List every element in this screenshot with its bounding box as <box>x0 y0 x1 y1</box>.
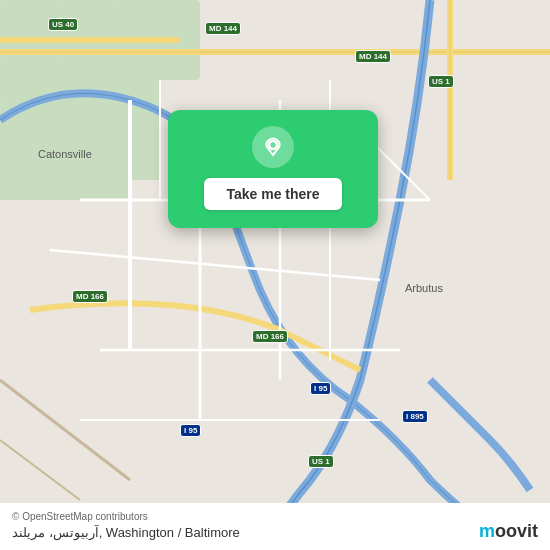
bottom-bar: © OpenStreetMap contributors آربیوتس، مر… <box>0 503 550 550</box>
label-catonsville: Catonsville <box>38 148 92 160</box>
shield-md144-1: MD 144 <box>205 22 241 35</box>
moovit-logo: moovit <box>479 521 538 542</box>
map-container: US 40 MD 144 MD 144 US 1 MD 166 MD 166 I… <box>0 0 550 550</box>
shield-md166-1: MD 166 <box>72 290 108 303</box>
moovit-text: moovit <box>479 521 538 541</box>
shield-us1-1: US 1 <box>428 75 454 88</box>
shield-us40: US 40 <box>48 18 78 31</box>
label-arbutus: Arbutus <box>405 282 443 294</box>
location-pin-icon <box>261 135 285 159</box>
shield-md166-2: MD 166 <box>252 330 288 343</box>
map-roads-svg <box>0 0 550 550</box>
take-me-there-button[interactable]: Take me there <box>204 178 341 210</box>
shield-i95-1: I 95 <box>310 382 331 395</box>
pin-circle <box>252 126 294 168</box>
svg-point-18 <box>269 141 277 149</box>
shield-md144-2: MD 144 <box>355 50 391 63</box>
shield-i895: I 895 <box>402 410 428 423</box>
svg-line-16 <box>0 380 130 480</box>
shield-i95-2: I 95 <box>180 424 201 437</box>
popup-card: Take me there <box>168 110 378 228</box>
location-label: آربیوتس، مریلند, Washington / Baltimore <box>12 525 538 540</box>
svg-line-17 <box>0 440 80 500</box>
osm-attribution: © OpenStreetMap contributors <box>12 511 538 522</box>
shield-us1-2: US 1 <box>308 455 334 468</box>
